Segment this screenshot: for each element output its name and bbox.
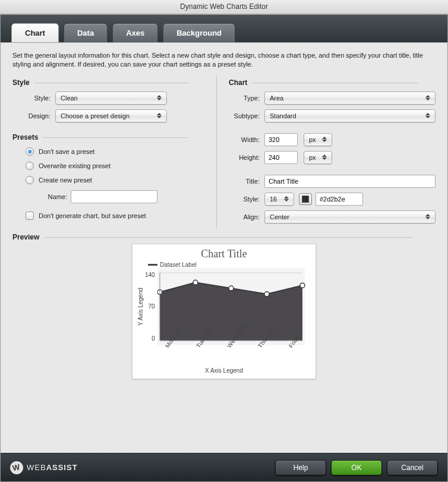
heading-style: Style (12, 78, 202, 87)
select-design[interactable]: Choose a preset design (55, 109, 167, 122)
select-height-unit[interactable]: px (304, 151, 332, 164)
label-title-style: Style: (229, 196, 264, 203)
checkbox-label: Don't generate chart, but save preset (39, 212, 146, 219)
help-button[interactable]: Help (275, 460, 326, 475)
input-title[interactable] (264, 175, 436, 188)
chevron-updown-icon (320, 134, 329, 146)
app-window: Chart Data Axes Background Set the gener… (0, 14, 448, 482)
label-design: Design: (12, 112, 55, 119)
radio-icon (26, 176, 34, 184)
select-type-value: Area (270, 94, 283, 102)
panel-chart: Set the general layout information for t… (1, 42, 447, 453)
window-title: Dynamic Web Charts Editor (0, 0, 448, 14)
rule (252, 83, 418, 83)
swatch-icon (302, 196, 309, 203)
brand-logo-icon: W (10, 461, 23, 474)
select-height-unit-value: px (309, 154, 316, 161)
y-axis-ticks: 140 70 0 (145, 268, 157, 345)
select-design-value: Choose a preset design (61, 112, 130, 119)
select-title-size-value: 16 (270, 196, 277, 203)
select-style-value: Clean (61, 94, 78, 102)
svg-point-5 (193, 280, 198, 285)
tab-data[interactable]: Data (64, 23, 108, 42)
cancel-button[interactable]: Cancel (387, 460, 438, 475)
chart-preview-title: Chart Title (136, 247, 312, 262)
label-subtype: Subtype: (229, 112, 264, 119)
radio-no-save-preset[interactable]: Don't save a preset (26, 147, 202, 156)
input-title-color[interactable] (316, 193, 363, 206)
radio-icon (26, 147, 34, 156)
select-style[interactable]: Clean (55, 92, 167, 105)
radio-label: Don't save a preset (39, 148, 94, 155)
chevron-updown-icon (423, 110, 433, 122)
radio-create-preset[interactable]: Create new preset (26, 176, 202, 184)
label-type: Type: (229, 94, 264, 102)
rule (43, 137, 188, 138)
ytick: 140 (145, 272, 155, 278)
heading-preview-label: Preview (12, 233, 39, 241)
heading-chart: Chart (229, 78, 436, 87)
col-style-presets: Style Style: Clean Design: Choose a pres… (12, 76, 202, 228)
checkbox-dont-generate[interactable]: Don't generate chart, but save preset (26, 212, 202, 220)
select-width-unit[interactable]: px (304, 133, 332, 146)
svg-point-8 (300, 283, 305, 288)
input-height[interactable] (264, 151, 298, 164)
label-title: Title: (229, 178, 264, 185)
chevron-updown-icon (282, 193, 291, 205)
select-align-value: Center (270, 213, 289, 220)
intro-text: Set the general layout information for t… (12, 51, 436, 69)
heading-style-label: Style (12, 78, 30, 87)
checkbox-icon (26, 212, 34, 220)
preview-section: Preview Chart Title Dataset Label Y Axis… (12, 233, 436, 379)
x-axis-ticks: Monday Tuesday Wednesday Thursday Friday (136, 345, 312, 352)
ytick: 0 (145, 335, 155, 342)
chevron-updown-icon (154, 92, 164, 104)
brand-text: WEBASSIST (27, 463, 78, 472)
ytick: 70 (145, 303, 155, 310)
select-subtype[interactable]: Standard (264, 109, 436, 122)
heading-preview: Preview (12, 233, 436, 241)
y-axis-label: Y Axis Legend (136, 268, 145, 345)
ok-button[interactable]: OK (331, 460, 382, 475)
tab-chart[interactable]: Chart (11, 23, 59, 42)
x-axis-label: X Axis Legend (136, 367, 312, 374)
legend-line-icon (148, 264, 157, 266)
label-align: Align: (229, 213, 264, 220)
tab-axes[interactable]: Axes (112, 23, 158, 42)
select-title-size[interactable]: 16 (264, 193, 294, 206)
svg-point-7 (264, 292, 269, 297)
radio-label: Create new preset (39, 177, 92, 184)
heading-presets-label: Presets (12, 133, 38, 141)
legend-label: Dataset Label (160, 262, 197, 268)
tab-background[interactable]: Background (163, 23, 235, 42)
heading-chart-label: Chart (229, 78, 247, 87)
label-preset-name: Name: (42, 193, 71, 200)
select-align[interactable]: Center (264, 210, 436, 223)
heading-presets: Presets (12, 133, 202, 141)
chart-legend: Dataset Label (136, 262, 312, 268)
svg-point-6 (229, 286, 234, 291)
label-width: Width: (229, 136, 264, 143)
radio-label: Overwrite existing preset (39, 162, 111, 169)
color-swatch-button[interactable] (299, 193, 312, 205)
input-preset-name[interactable] (71, 190, 157, 203)
label-height: Height: (229, 154, 264, 161)
footer: W WEBASSIST Help OK Cancel (1, 453, 447, 481)
label-style: Style: (12, 94, 55, 102)
chart-preview-card: Chart Title Dataset Label Y Axis Legend … (132, 244, 316, 379)
chevron-updown-icon (154, 110, 164, 122)
tabbar-wrap: Chart Data Axes Background (1, 15, 447, 42)
select-width-unit-value: px (309, 136, 316, 143)
brand-part2: ASSIST (46, 463, 78, 472)
input-width[interactable] (264, 133, 298, 146)
brand-part1: WEB (27, 463, 46, 472)
rule (44, 237, 412, 238)
chevron-updown-icon (320, 152, 329, 163)
rule (34, 83, 189, 83)
chevron-updown-icon (423, 211, 433, 223)
tabbar: Chart Data Axes Background (11, 23, 437, 42)
radio-icon (26, 162, 34, 170)
radio-overwrite-preset[interactable]: Overwrite existing preset (26, 162, 202, 170)
select-type[interactable]: Area (264, 92, 436, 105)
chevron-updown-icon (423, 92, 433, 104)
